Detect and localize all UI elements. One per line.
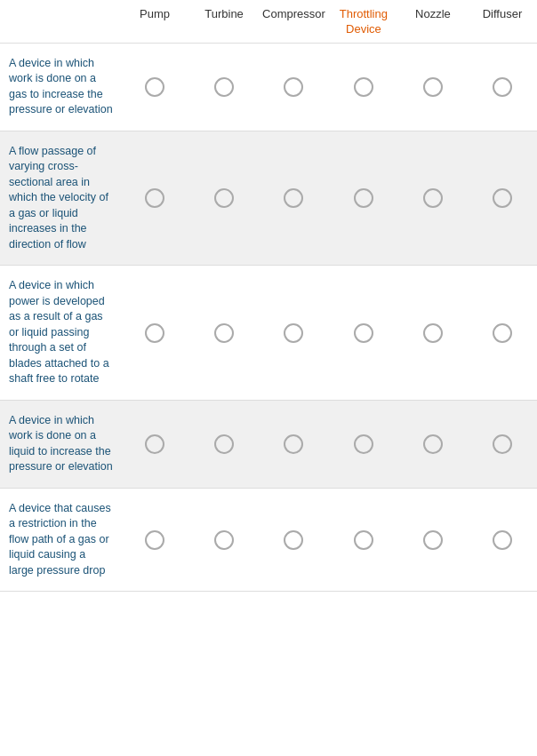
- header-throttling: Throttling Device: [329, 7, 398, 37]
- table-row: A device in which work is done on a liqu…: [0, 401, 537, 489]
- matching-table: Pump Turbine Compressor Throttling Devic…: [0, 0, 537, 592]
- header-compressor: Compressor: [259, 7, 329, 37]
- radio-cell-5-compressor[interactable]: [259, 530, 328, 550]
- header-diffuser: Diffuser: [468, 7, 537, 37]
- radio-cell-2-nozzle[interactable]: [398, 188, 468, 208]
- row-label-3: A device in which power is developed as …: [0, 275, 120, 391]
- radio-cell-1-diffuser[interactable]: [468, 77, 537, 97]
- radio-cell-4-turbine[interactable]: [189, 434, 259, 454]
- radio-cell-4-compressor[interactable]: [259, 434, 328, 454]
- radio-cell-2-turbine[interactable]: [189, 188, 259, 208]
- radio-cell-5-turbine[interactable]: [189, 530, 259, 550]
- header-turbine: Turbine: [189, 7, 259, 37]
- radio-cell-3-turbine[interactable]: [189, 323, 259, 343]
- radio-cell-3-diffuser[interactable]: [468, 323, 537, 343]
- table-row: A device in which power is developed as …: [0, 266, 537, 401]
- header-row: Pump Turbine Compressor Throttling Devic…: [0, 0, 537, 44]
- table-row: A device in which work is done on a gas …: [0, 44, 537, 131]
- radio-cell-1-turbine[interactable]: [189, 77, 259, 97]
- radio-cell-4-diffuser[interactable]: [468, 434, 537, 454]
- radio-cell-3-compressor[interactable]: [259, 323, 328, 343]
- row-label-1: A device in which work is done on a gas …: [0, 52, 120, 122]
- radio-cell-2-diffuser[interactable]: [468, 188, 537, 208]
- radio-cell-2-throttling[interactable]: [328, 188, 397, 208]
- radio-cell-4-throttling[interactable]: [328, 434, 397, 454]
- radio-cell-1-throttling[interactable]: [328, 77, 397, 97]
- radio-cell-2-compressor[interactable]: [259, 188, 328, 208]
- radio-cell-5-throttling[interactable]: [328, 530, 397, 550]
- radio-cell-2-pump[interactable]: [120, 188, 189, 208]
- radio-cell-1-pump[interactable]: [120, 77, 189, 97]
- radio-cell-3-throttling[interactable]: [328, 323, 397, 343]
- radio-cell-1-compressor[interactable]: [259, 77, 328, 97]
- radio-cell-3-nozzle[interactable]: [398, 323, 468, 343]
- table-row: A device that causes a restriction in th…: [0, 489, 537, 593]
- radio-cell-5-nozzle[interactable]: [398, 530, 468, 550]
- row-label-2: A flow passage of varying cross-sectiona…: [0, 140, 120, 257]
- radio-cell-4-pump[interactable]: [120, 434, 189, 454]
- header-blank: [0, 7, 120, 37]
- header-nozzle: Nozzle: [398, 7, 468, 37]
- row-label-4: A device in which work is done on a liqu…: [0, 410, 120, 479]
- radio-cell-5-diffuser[interactable]: [468, 530, 537, 550]
- row-label-5: A device that causes a restriction in th…: [0, 497, 120, 583]
- radio-cell-1-nozzle[interactable]: [398, 77, 468, 97]
- radio-cell-5-pump[interactable]: [120, 530, 189, 550]
- radio-cell-3-pump[interactable]: [120, 323, 189, 343]
- header-pump: Pump: [120, 7, 189, 37]
- radio-cell-4-nozzle[interactable]: [398, 434, 468, 454]
- table-row: A flow passage of varying cross-sectiona…: [0, 131, 537, 267]
